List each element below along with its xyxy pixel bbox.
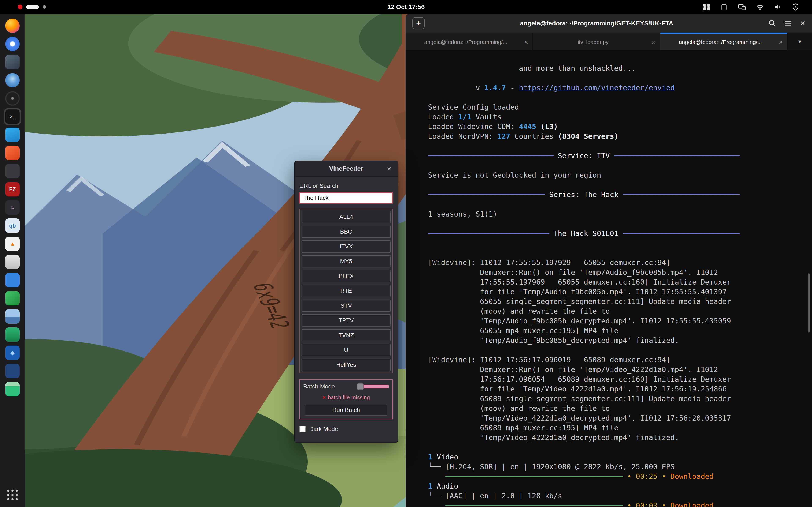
batch-mode-label: Batch Mode [303, 383, 335, 390]
dock-item-dark-app[interactable] [4, 163, 21, 180]
toggle-track [362, 385, 389, 389]
service-button-my5[interactable]: MY5 [302, 255, 391, 268]
dock-item-navy-app[interactable] [4, 362, 21, 379]
desktop: 12 Oct 17:56 [0, 0, 812, 507]
service-button-bbc[interactable]: BBC [302, 226, 391, 238]
service-button-all4[interactable]: ALL4 [302, 211, 391, 223]
recording-indicator [18, 5, 46, 9]
terminal-line: 1 Video [428, 452, 812, 462]
service-button-rte[interactable]: RTE [302, 285, 391, 297]
dock-item-gnome-web[interactable] [4, 72, 21, 89]
toggle-handle[interactable] [357, 383, 364, 390]
tab-close-icon[interactable]: × [524, 39, 528, 45]
volume-icon[interactable] [774, 3, 781, 11]
vscode-icon [5, 128, 20, 142]
terminal-header: + angela@fedora:~/Programming/GET-KEYS/U… [406, 14, 812, 33]
dock-item-audio-app[interactable]: ≈ [4, 199, 21, 216]
terminal-line: 17:56:17.096054 65089 demuxer.cc:160] In… [428, 374, 812, 384]
terminal-line [428, 180, 812, 190]
vinefeeder-title: VineFeeder [329, 165, 363, 172]
clipboard-icon[interactable] [720, 3, 728, 11]
terminal-line: Service Config loaded [428, 102, 812, 112]
dock-item-firefox[interactable] [4, 17, 21, 34]
dock-item-vscode[interactable] [4, 126, 21, 143]
battery-shield-icon[interactable] [792, 3, 799, 11]
batch-mode-toggle[interactable] [357, 383, 389, 390]
tab-3[interactable]: angela@fedora:~/Programming/...× [660, 33, 788, 50]
terminal-output[interactable]: and more than unshackled... v 1.4.7 - ht… [406, 50, 812, 507]
red-dev-app-icon [5, 146, 20, 160]
terminal-line: 17:55:55.197969 65055 demuxer.cc:160] In… [428, 277, 812, 287]
dock-item-vlc[interactable]: ▲ [4, 235, 21, 252]
batch-warning: ×batch file missing [303, 394, 389, 401]
wifi-icon[interactable] [756, 4, 764, 10]
service-button-plex[interactable]: PLEX [302, 270, 391, 282]
screen-share-icon[interactable] [738, 3, 746, 11]
terminal-line: 'Temp/Video_4222d1a0_decrypted.mp4' fina… [428, 433, 812, 442]
media-disc-icon [5, 91, 20, 106]
dark-mode-checkbox[interactable] [299, 426, 306, 432]
dock-item-filezilla[interactable]: FZ [4, 181, 21, 198]
vlc-icon: ▲ [5, 237, 20, 251]
service-button-u[interactable]: U [302, 344, 391, 356]
service-button-tvnz[interactable]: TVNZ [302, 329, 391, 341]
dock-item-red-dev-app[interactable] [4, 145, 21, 161]
filezilla-icon: FZ [5, 182, 20, 196]
menu-icon[interactable] [784, 20, 792, 26]
vinefeeder-titlebar[interactable]: VineFeeder × [295, 161, 398, 177]
url-search-input[interactable] [299, 192, 393, 204]
terminal-line: (moov) and rewrite the file to [428, 403, 812, 413]
gnome-web-icon [5, 73, 20, 88]
tab-close-icon[interactable]: × [652, 39, 656, 45]
terminal-line: 65055 mp4_muxer.cc:195] MP4 file [428, 326, 812, 335]
search-icon[interactable] [769, 20, 776, 27]
service-button-itvx[interactable]: ITVX [302, 240, 391, 252]
clock[interactable]: 12 Oct 17:56 [388, 0, 425, 14]
dock-item-table-app[interactable] [4, 381, 21, 398]
service-button-hellyes[interactable]: HellYes [302, 359, 391, 371]
tabs: angela@fedora:~/Programming/...×itv_load… [406, 33, 788, 50]
dock-item-media-disc[interactable] [4, 90, 21, 107]
terminal-line [428, 238, 812, 248]
terminal-line [428, 442, 812, 452]
terminal-line: ───────────────────────────── Service: I… [428, 151, 812, 161]
app-grid-launcher[interactable] [7, 490, 18, 500]
terminal-line: Demuxer::Run() on file 'Temp/Video_4222d… [428, 364, 812, 374]
terminal-link[interactable]: https://github.com/vinefeeder/envied [519, 83, 675, 92]
header-buttons: × [769, 19, 805, 28]
dock-item-gem-app[interactable]: ◆ [4, 344, 21, 361]
dock-item-text-editor[interactable] [4, 253, 21, 270]
dock-item-green-grid-app[interactable] [4, 290, 21, 307]
qbittorrent-icon: qb [5, 218, 20, 233]
dock-item-files-app[interactable] [4, 54, 21, 70]
tab-2[interactable]: itv_loader.py× [533, 33, 660, 50]
dock-item-spreadsheet-app[interactable] [4, 326, 21, 343]
tab-label: itv_loader.py [537, 39, 649, 45]
dark-mode-label: Dark Mode [309, 426, 338, 433]
workspaces-icon[interactable] [703, 4, 710, 10]
dock-item-qbittorrent[interactable]: qb [4, 217, 21, 234]
batch-warning-text: batch file missing [328, 394, 370, 400]
vinefeeder-window: VineFeeder × URL or Search ALL4BBCITVXMY… [294, 161, 398, 443]
terminal-line: 1 Audio [428, 481, 812, 491]
dock-item-chromium[interactable] [4, 36, 21, 52]
service-button-tptv[interactable]: TPTV [302, 314, 391, 327]
indicator-pill [26, 5, 39, 9]
dock-item-software-app[interactable] [4, 272, 21, 289]
console-icon: >_ [5, 109, 20, 124]
dock-item-photos-app[interactable] [4, 308, 21, 325]
new-tab-button[interactable]: + [412, 17, 424, 30]
close-icon[interactable]: × [384, 164, 394, 174]
tab-1[interactable]: angela@fedora:~/Programming/...× [406, 33, 533, 50]
dock-item-console[interactable]: >_ [4, 108, 21, 125]
tabs-overflow-icon[interactable]: ▾ [788, 33, 812, 50]
run-batch-button[interactable]: Run Batch [305, 404, 388, 415]
close-window-icon[interactable]: × [800, 19, 805, 28]
service-button-stv[interactable]: STV [302, 299, 391, 312]
terminal-scrollbar[interactable] [808, 273, 810, 333]
terminal-line: └── [H.264, SDR] | en | 1920x1080 @ 2822… [428, 462, 812, 471]
audio-app-icon: ≈ [5, 200, 20, 215]
indicator-dot [43, 5, 46, 9]
tab-close-icon[interactable]: × [779, 39, 783, 45]
terminal-line: Loaded 1/1 Vaults [428, 112, 812, 122]
